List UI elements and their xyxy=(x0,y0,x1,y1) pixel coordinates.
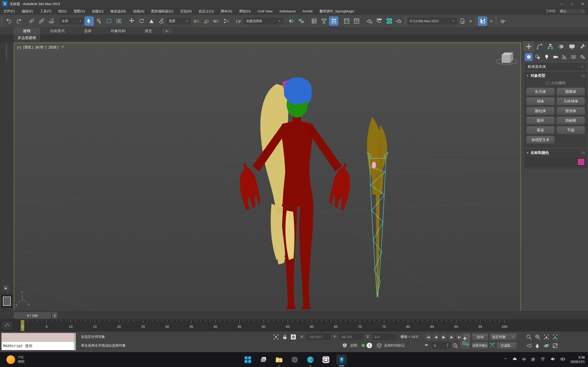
menu-item-12[interactable]: 帮助(H) xyxy=(236,8,254,15)
select-and-place-icon[interactable] xyxy=(157,17,166,25)
close-button[interactable]: ✕ xyxy=(578,0,588,8)
render-setup-icon[interactable] xyxy=(375,17,384,25)
ribbon-toggle-icon[interactable] xyxy=(329,17,338,25)
reference-coordinate-dropdown[interactable]: 视图▼ xyxy=(167,18,191,24)
weather-widget[interactable]: 7°C 晴朗 xyxy=(6,355,24,364)
listener-script-row[interactable]: MAXScript 迷你 xyxy=(2,342,74,350)
view-cube[interactable] xyxy=(496,52,517,64)
menu-item-14[interactable]: Substance xyxy=(276,8,299,15)
time-slider-next-button[interactable]: ❯ xyxy=(52,312,57,319)
window-crossing-icon[interactable] xyxy=(114,17,123,25)
utilities-icon[interactable] xyxy=(577,41,588,52)
zoom-extents-all-icon[interactable] xyxy=(551,333,559,341)
pan-icon[interactable] xyxy=(534,342,542,349)
go-to-end-button[interactable]: ▶| xyxy=(456,333,463,341)
object-type-rollout-header[interactable]: ▼ 对象类型 xyxy=(524,72,587,79)
primitive-button-管状体[interactable]: 管状体 xyxy=(556,107,585,115)
menu-item-13[interactable]: Civil View xyxy=(254,8,276,15)
ribbon-tab-自由形式[interactable]: 自由形式 xyxy=(41,28,74,34)
object-color-swatch[interactable] xyxy=(577,158,585,166)
primitive-button-球体[interactable]: 球体 xyxy=(526,98,555,105)
track-bar-ruler[interactable]: 0510152025303540455055606570758085909510… xyxy=(0,319,588,331)
menu-item-11[interactable]: 脚本(S) xyxy=(217,8,236,15)
undo-icon[interactable] xyxy=(4,17,13,25)
menu-item-2[interactable]: 工具(T) xyxy=(36,8,55,15)
z-coord-field[interactable]: 0.0 xyxy=(372,334,397,340)
expand-panel-button[interactable]: ▶ xyxy=(3,285,9,291)
key-filters-button[interactable]: 过滤器... xyxy=(497,342,517,349)
primitive-button-加强型文本[interactable]: 加强型文本 xyxy=(526,136,555,144)
previous-frame-button[interactable]: ◀| xyxy=(432,333,440,341)
listener-scrollbar[interactable] xyxy=(74,333,76,350)
menu-item-1[interactable]: 编辑(E) xyxy=(18,8,36,15)
minimize-button[interactable]: ─ xyxy=(556,0,567,8)
percent-snap-icon[interactable]: % xyxy=(212,17,220,25)
taskbar-start-button[interactable] xyxy=(243,355,253,365)
primitive-button-四棱锥[interactable]: 四棱锥 xyxy=(556,117,585,125)
menu-item-6[interactable]: 修改器(M) xyxy=(107,8,130,15)
scene-canvas[interactable]: z y x xyxy=(14,43,520,311)
edit-named-selections-icon[interactable]: { } xyxy=(234,17,243,25)
helpers-icon[interactable] xyxy=(561,53,569,61)
ribbon-tab-填充[interactable]: 填充 xyxy=(136,28,161,34)
systems-icon[interactable] xyxy=(578,53,586,61)
play-button[interactable]: ▶ xyxy=(440,333,447,341)
align-icon[interactable] xyxy=(297,17,305,25)
menu-item-7[interactable]: 动画(A) xyxy=(129,8,148,15)
viewport-menu-pov[interactable]: [透视 ] xyxy=(23,45,33,50)
primitive-button-圆环[interactable]: 圆环 xyxy=(526,117,555,125)
schematic-view-icon[interactable] xyxy=(352,17,361,25)
hierarchy-icon[interactable] xyxy=(545,41,556,52)
primitive-button-长方体[interactable]: 长方体 xyxy=(526,88,555,96)
select-and-rotate-icon[interactable] xyxy=(137,17,146,25)
y-coord-field[interactable]: 69.701 xyxy=(339,334,363,340)
time-slider-track[interactable]: 0 / 100 ❯ xyxy=(0,311,588,319)
fov-icon[interactable] xyxy=(525,342,533,349)
scene-explorer-icon[interactable] xyxy=(310,17,318,25)
maxscript-mini-listener[interactable]: MAXScript 迷你 xyxy=(1,333,74,350)
wifi-icon[interactable] xyxy=(540,357,545,363)
lights-icon[interactable] xyxy=(543,53,551,61)
taskbar-3dsmax-app-icon[interactable]: 3MAX xyxy=(337,355,346,365)
angle-snap-icon[interactable] xyxy=(202,17,210,25)
curve-editor-icon[interactable] xyxy=(342,17,351,25)
menu-item-16[interactable]: 飘带插件_SpringMagic xyxy=(316,8,358,15)
filter-funnel-icon[interactable] xyxy=(61,45,65,50)
toolbar-overflow-icon[interactable]: » xyxy=(488,18,494,24)
primitive-category-dropdown[interactable]: 标准基本体▼ xyxy=(525,63,586,70)
spinner-snap-icon[interactable] xyxy=(221,17,230,25)
menu-item-0[interactable]: 文件(F) xyxy=(0,8,18,15)
zoom-extents-icon[interactable] xyxy=(543,333,550,341)
ribbon-tab-建模[interactable]: 建模 xyxy=(14,27,40,34)
autogrid-checkbox[interactable] xyxy=(545,81,549,85)
taskbar-launcher-app-icon[interactable] xyxy=(290,355,300,365)
absolute-mode-toggle-icon[interactable] xyxy=(290,334,296,340)
menu-item-9[interactable]: 渲染(R) xyxy=(177,8,195,15)
zoom-icon[interactable] xyxy=(525,333,533,341)
ribbon-tab-对象绘制[interactable]: 对象绘制 xyxy=(102,28,135,34)
select-and-link-icon[interactable] xyxy=(27,17,36,25)
adaptive-degradation-shield-icon[interactable] xyxy=(342,342,348,348)
taskbar-qq-app-icon[interactable] xyxy=(321,355,331,365)
settings-pencil-icon[interactable] xyxy=(499,17,507,25)
modify-icon[interactable] xyxy=(534,41,545,52)
rendered-frame-icon[interactable] xyxy=(385,17,393,25)
enable-count-badge[interactable]: 1 xyxy=(367,343,372,348)
selection-region-icon[interactable] xyxy=(104,17,113,25)
cameras-icon[interactable] xyxy=(552,53,560,61)
maximize-viewport-icon[interactable] xyxy=(551,342,559,349)
menu-item-8[interactable]: 图形编辑器(D) xyxy=(148,8,177,15)
bind-spacewarp-icon[interactable] xyxy=(47,17,56,25)
viewport-menu-shading[interactable]: [线框 ] xyxy=(49,45,59,50)
render-production-icon[interactable] xyxy=(395,17,403,25)
character-model[interactable] xyxy=(240,77,350,309)
primitive-button-几何球体[interactable]: 几何球体 xyxy=(556,98,585,105)
mirror-icon[interactable] xyxy=(287,17,296,25)
taskbar-task-view-button[interactable] xyxy=(259,355,268,365)
primitive-button-圆锥体[interactable]: 圆锥体 xyxy=(556,88,585,96)
menu-item-3[interactable]: 组(G) xyxy=(55,8,70,15)
object-name-field[interactable] xyxy=(526,158,575,166)
spacewarps-icon[interactable] xyxy=(569,53,578,61)
select-and-scale-icon[interactable] xyxy=(147,17,156,25)
autosave-icon[interactable] xyxy=(478,17,487,25)
